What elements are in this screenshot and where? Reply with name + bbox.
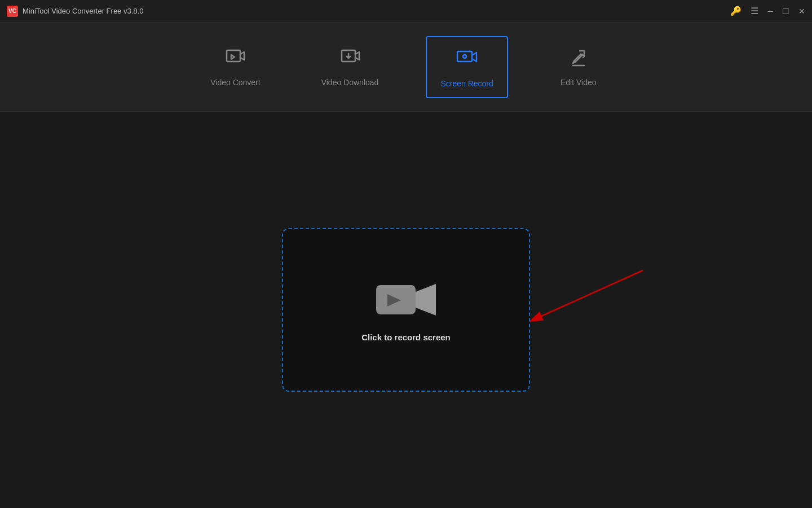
maximize-button[interactable]: ☐ [782,7,789,15]
tab-edit-video[interactable]: Edit Video [542,36,615,98]
tab-video-convert[interactable]: Video Convert [197,36,273,98]
title-bar: VC MiniTool Video Converter Free v3.8.0 … [0,0,812,23]
record-area-wrapper: Click to record screen [282,228,530,392]
video-download-icon [339,45,361,72]
svg-point-3 [463,55,466,58]
title-bar-left: VC MiniTool Video Converter Free v3.8.0 [7,6,143,17]
svg-marker-6 [416,284,436,316]
minimize-button[interactable]: ─ [767,7,773,15]
title-bar-right: 🔑 ☰ ─ ☐ ✕ [730,7,805,16]
tab-video-download[interactable]: Video Download [308,36,392,98]
tab-video-download-label: Video Download [321,78,379,87]
camera-record-icon [375,278,437,321]
key-icon[interactable]: 🔑 [730,7,742,16]
app-logo: VC [7,6,18,17]
window-controls: ─ ☐ ✕ [767,7,805,15]
svg-rect-2 [457,51,472,62]
main-content: Click to record screen [0,112,812,508]
nav-tabs: Video Convert Video Download [197,36,615,98]
menu-icon[interactable]: ☰ [751,7,758,16]
nav-bar: Video Convert Video Download [0,23,812,112]
close-button[interactable]: ✕ [798,7,805,15]
app-title: MiniTool Video Converter Free v3.8.0 [23,7,143,15]
edit-video-icon [567,45,590,72]
screen-record-icon [456,46,478,73]
tab-screen-record-label: Screen Record [440,79,493,88]
tab-video-convert-label: Video Convert [210,78,260,87]
tab-screen-record[interactable]: Screen Record [426,36,508,98]
video-convert-icon [224,45,246,72]
record-cta-label: Click to record screen [361,332,451,342]
tab-edit-video-label: Edit Video [561,78,597,87]
record-area[interactable]: Click to record screen [282,228,530,392]
camera-icon-wrap [375,278,437,321]
